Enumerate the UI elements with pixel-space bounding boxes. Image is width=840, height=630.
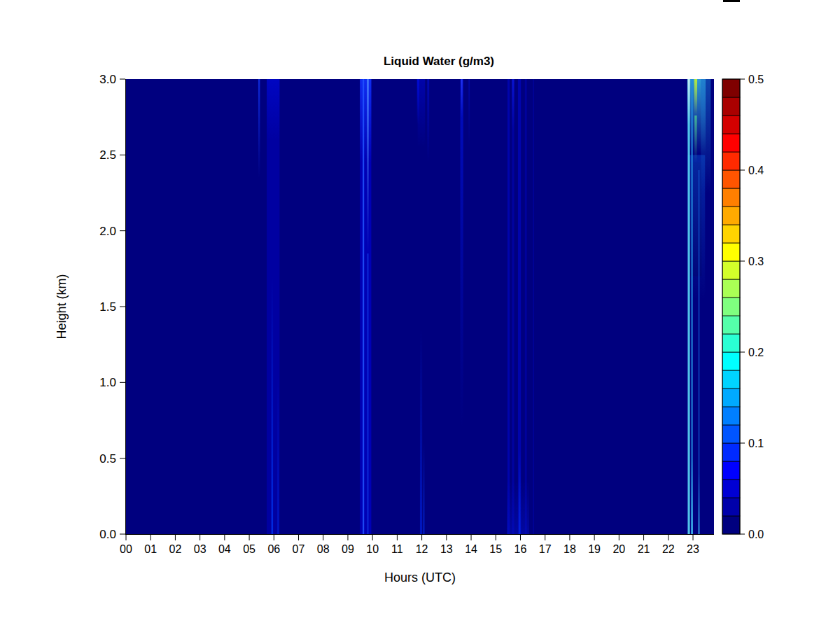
y-tick-label: 0.5 <box>99 452 116 465</box>
colorbar-segment <box>722 170 740 188</box>
colorbar-segment <box>722 425 740 443</box>
colorbar-segment <box>722 243 740 261</box>
x-tick-label: 22 <box>662 543 675 555</box>
screen-artifact <box>723 0 740 2</box>
colorbar-segment <box>722 334 740 352</box>
colorbar-segment <box>722 516 740 534</box>
y-tick-label: 2.5 <box>99 148 116 162</box>
heatmap-streak <box>701 79 710 193</box>
heatmap-streak <box>267 79 279 140</box>
x-tick-label: 11 <box>391 543 403 555</box>
x-tick-label: 20 <box>612 543 625 555</box>
colorbar-segment <box>722 279 740 298</box>
heatmap-streak <box>468 79 470 148</box>
colorbar-segment <box>722 115 740 134</box>
y-tick-label: 1.5 <box>99 300 116 314</box>
heatmap-streak <box>363 79 364 534</box>
colorbar-segment <box>722 261 740 279</box>
colorbar-segment <box>722 134 740 152</box>
heatmap-streak <box>687 79 690 534</box>
x-tick-label: 10 <box>366 543 379 555</box>
heatmap-streak <box>423 443 424 534</box>
colorbar-tick-label: 0.2 <box>748 346 764 358</box>
x-tick-label: 14 <box>465 543 477 555</box>
colorbar-tick-label: 0.3 <box>748 255 764 267</box>
colorbar-tick-label: 0.5 <box>748 74 764 85</box>
y-tick-label: 2.0 <box>99 225 116 238</box>
x-tick-label: 12 <box>416 543 428 555</box>
y-tick-label: 1.0 <box>99 376 116 389</box>
colorbar-segment <box>722 388 740 407</box>
heatmap-streak <box>367 253 368 534</box>
colorbar-tick-label: 0.4 <box>748 164 764 176</box>
heatmap-streak <box>507 79 510 534</box>
colorbar-segment <box>722 352 740 370</box>
chart-page: Liquid Water (g/m3) Height (km) Hours (U… <box>0 0 840 630</box>
heatmap-streak <box>694 115 697 162</box>
heatmap-streak <box>461 79 463 117</box>
x-tick-label: 05 <box>243 543 255 555</box>
colorbar-segment <box>722 206 740 225</box>
colorbar-tick-label: 0.1 <box>748 438 764 449</box>
x-tick-label: 19 <box>588 543 601 555</box>
x-tick-label: 07 <box>293 543 305 555</box>
colorbar-segment <box>722 152 740 170</box>
heatmap-streak <box>418 79 426 148</box>
colorbar-segment <box>722 97 740 115</box>
heatmap-streak <box>420 330 422 535</box>
heatmap-streak <box>698 473 699 534</box>
y-tick-label: 3.0 <box>99 73 116 86</box>
x-tick-label: 04 <box>218 543 231 555</box>
y-tick-label: 0.0 <box>99 528 116 541</box>
heatmap-streak <box>525 79 527 534</box>
x-tick-label: 09 <box>342 543 354 555</box>
colorbar-segment <box>722 461 740 479</box>
heatmap-streak <box>461 79 463 428</box>
heatmap-streak <box>691 458 692 534</box>
colorbar-tick-label: 0.0 <box>748 528 764 540</box>
heatmap-streak <box>694 79 697 115</box>
x-tick-label: 06 <box>267 543 280 555</box>
colorbar-segment <box>722 407 740 425</box>
x-tick-label: 02 <box>169 543 182 555</box>
heatmap-streak <box>427 79 429 162</box>
x-tick-label: 15 <box>489 543 502 555</box>
x-tick-label: 13 <box>440 543 453 555</box>
x-tick-label: 00 <box>120 543 132 555</box>
heatmap-streak <box>272 276 273 534</box>
colorbar-segment <box>722 479 740 498</box>
x-tick-label: 03 <box>194 543 206 555</box>
heatmap-streak <box>360 79 371 162</box>
heatmap-streak <box>367 79 368 253</box>
heatmap-streak <box>533 79 534 534</box>
heatmap-streak <box>507 481 529 534</box>
heatmap-plot: 0001020304050607080910111213141516171819… <box>0 0 840 630</box>
heatmap-streak <box>258 79 260 178</box>
colorbar-segment <box>722 225 740 243</box>
colorbar-segment <box>722 188 740 206</box>
colorbar-segment <box>722 443 740 461</box>
x-tick-label: 18 <box>564 543 576 555</box>
colorbar-segment <box>722 316 740 334</box>
x-tick-label: 17 <box>539 543 552 555</box>
x-tick-label: 21 <box>638 543 650 555</box>
x-tick-label: 08 <box>317 543 330 555</box>
colorbar-segment <box>722 79 740 97</box>
heatmap-streak <box>687 79 690 125</box>
heatmap-streak <box>277 375 279 535</box>
colorbar-segment <box>722 298 740 316</box>
x-tick-label: 16 <box>514 543 527 555</box>
heatmap-streak <box>512 79 514 534</box>
x-tick-label: 01 <box>144 543 157 555</box>
colorbar-segment <box>722 498 740 516</box>
x-tick-label: 23 <box>687 543 699 555</box>
colorbar-segment <box>722 370 740 388</box>
